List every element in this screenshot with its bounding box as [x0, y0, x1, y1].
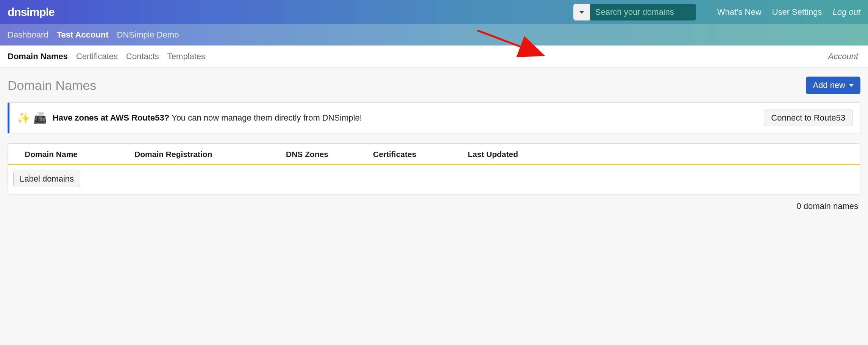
search-input[interactable] [590, 4, 696, 20]
whats-new-link[interactable]: What's New [717, 7, 762, 17]
col-dns-zones[interactable]: DNS Zones [286, 150, 373, 159]
tab-certificates[interactable]: Certificates [76, 52, 118, 61]
banner-rest: You can now manage them directly from DN… [169, 113, 362, 122]
tab-templates[interactable]: Templates [167, 52, 205, 61]
add-new-label: Add new [813, 80, 845, 90]
tab-domain-names[interactable]: Domain Names [8, 52, 68, 61]
tab-contacts[interactable]: Contacts [126, 52, 159, 61]
banner-text: Have zones at AWS Route53? You can now m… [53, 113, 764, 123]
col-registration[interactable]: Domain Registration [134, 150, 286, 159]
route53-banner: ✨ 📠 Have zones at AWS Route53? You can n… [8, 102, 860, 133]
connect-route53-button[interactable]: Connect to Route53 [764, 110, 852, 126]
breadcrumb-account[interactable]: Test Account [57, 30, 109, 40]
col-last-updated[interactable]: Last Updated [468, 150, 851, 159]
breadcrumb-bar: Dashboard Test Account DNSimple Demo [0, 24, 868, 45]
table-footer: Label domains [8, 165, 860, 194]
caret-down-icon [849, 84, 854, 87]
banner-bold: Have zones at AWS Route53? [53, 113, 169, 122]
domain-count: 0 domain names [8, 194, 860, 211]
search-scope-dropdown[interactable] [573, 4, 590, 20]
top-header: dnsimple What's New User Settings Log ou… [0, 0, 868, 24]
page-header: Domain Names Add new [8, 77, 860, 94]
page-title: Domain Names [8, 78, 96, 93]
log-out-link[interactable]: Log out [833, 7, 860, 17]
account-link[interactable]: Account [828, 52, 861, 61]
domains-table: Domain Name Domain Registration DNS Zone… [8, 143, 860, 194]
breadcrumb-context[interactable]: DNSimple Demo [117, 30, 179, 40]
col-certificates[interactable]: Certificates [373, 150, 468, 159]
search-group [573, 4, 696, 20]
main-content: Domain Names Add new ✨ 📠 Have zones at A… [0, 67, 868, 219]
label-domains-button[interactable]: Label domains [13, 171, 80, 187]
logo[interactable]: dnsimple [8, 6, 55, 19]
sparkle-fax-icon: ✨ 📠 [17, 112, 47, 124]
user-settings-link[interactable]: User Settings [772, 7, 822, 17]
caret-down-icon [579, 11, 584, 14]
table-header-row: Domain Name Domain Registration DNS Zone… [8, 144, 860, 165]
breadcrumb-dashboard[interactable]: Dashboard [8, 30, 48, 40]
add-new-button[interactable]: Add new [806, 77, 860, 94]
col-domain-name[interactable]: Domain Name [25, 150, 134, 159]
sub-navigation: Domain Names Certificates Contacts Templ… [0, 45, 868, 67]
